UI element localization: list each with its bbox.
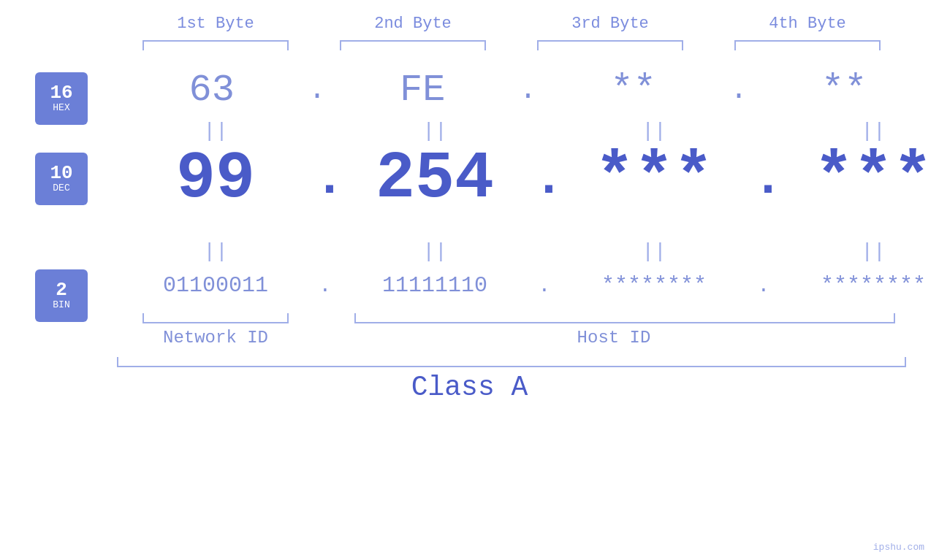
- bracket-bottom-hostid: [336, 313, 913, 323]
- bracket-line-top-4: [734, 40, 881, 50]
- pipe-2-4: ||: [775, 240, 939, 263]
- top-brackets: [117, 40, 939, 50]
- hex-val-1: 63: [117, 69, 307, 112]
- bin-val-4: ********: [775, 273, 939, 298]
- dec-mode-badge: 10 DEC: [35, 153, 88, 205]
- dec-row: 99 . 254 . *** . ***: [117, 142, 939, 216]
- bracket-top-1: [117, 40, 314, 50]
- pipe-1-4: ||: [775, 120, 939, 142]
- bin-val-2: 11111110: [336, 273, 533, 298]
- bin-row: 01100011 . 11111110 . ******** . *******…: [117, 273, 939, 298]
- host-id-label: Host ID: [336, 328, 892, 348]
- dec-dot-1: .: [314, 150, 336, 208]
- hex-val-4: **: [749, 69, 939, 112]
- class-label: Class A: [0, 372, 939, 403]
- hex-mode-number: 16: [50, 83, 72, 102]
- bracket-bottom-netid: [117, 313, 314, 323]
- bin-val-3: ********: [555, 273, 753, 298]
- long-bracket: [117, 357, 906, 367]
- id-labels: Network ID Host ID: [117, 328, 892, 348]
- bracket-line-top-3: [537, 40, 683, 50]
- byte1-header: 1st Byte: [117, 15, 314, 33]
- bin-mode-number: 2: [56, 280, 67, 299]
- hex-mode-badge: 16 HEX: [35, 72, 88, 125]
- hex-val-2: FE: [327, 69, 517, 112]
- pipe-1-1: ||: [117, 120, 314, 142]
- pipe-1-2: ||: [336, 120, 533, 142]
- bracket-line-top-1: [142, 40, 289, 50]
- bracket-line-top-2: [340, 40, 486, 50]
- hex-row: 63 . FE . ** . **: [117, 69, 939, 112]
- bin-dot-1: .: [314, 275, 336, 297]
- dec-mode-number: 10: [50, 164, 72, 183]
- dec-mode-label: DEC: [53, 183, 69, 195]
- byte-headers: 1st Byte 2nd Byte 3rd Byte 4th Byte: [117, 15, 939, 33]
- pipe-row-1: || || || ||: [117, 120, 939, 142]
- dec-val-1: 99: [117, 142, 314, 216]
- pipe-row-2: || || || ||: [117, 240, 939, 263]
- bin-val-1: 01100011: [117, 273, 314, 298]
- bracket-top-3: [512, 40, 709, 50]
- bracket-top-2: [314, 40, 512, 50]
- byte3-header: 3rd Byte: [512, 15, 709, 33]
- bin-dot-2: .: [533, 275, 555, 297]
- dec-val-4: ***: [775, 142, 939, 216]
- byte2-header: 2nd Byte: [314, 15, 512, 33]
- hex-dot-3: .: [729, 74, 750, 107]
- dec-dot-3: .: [753, 150, 775, 208]
- hex-dot-2: .: [517, 74, 539, 107]
- bin-dot-3: .: [753, 275, 775, 297]
- watermark: ipshu.com: [873, 542, 924, 553]
- byte4-header: 4th Byte: [709, 15, 906, 33]
- bin-mode-label: BIN: [53, 299, 69, 312]
- bin-mode-badge: 2 BIN: [35, 269, 88, 322]
- dec-dot-2: .: [533, 150, 555, 208]
- pipe-2-3: ||: [555, 240, 753, 263]
- hex-dot-1: .: [307, 74, 328, 107]
- content-area: 16 HEX 63 . FE . ** . ** || || || || 10 …: [0, 65, 939, 560]
- network-id-label: Network ID: [117, 328, 314, 348]
- main-container: 1st Byte 2nd Byte 3rd Byte 4th Byte 16 H…: [0, 0, 939, 560]
- bracket-top-4: [709, 40, 906, 50]
- pipe-2-2: ||: [336, 240, 533, 263]
- bottom-brackets: [117, 313, 913, 323]
- pipe-2-1: ||: [117, 240, 314, 263]
- hex-mode-label: HEX: [53, 102, 69, 115]
- dec-val-3: ***: [555, 142, 753, 216]
- hex-val-3: **: [539, 69, 729, 112]
- dec-val-2: 254: [336, 142, 533, 216]
- pipe-1-3: ||: [555, 120, 753, 142]
